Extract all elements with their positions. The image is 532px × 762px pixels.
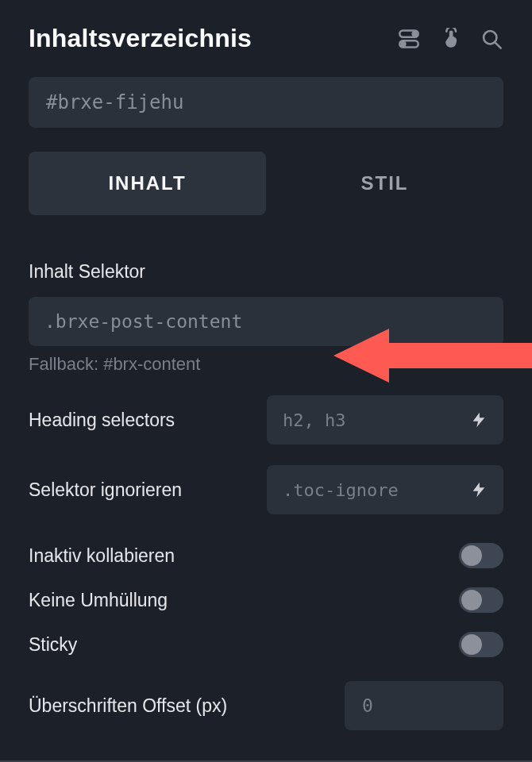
element-id-input[interactable]: #brxe-fijehu [29,77,503,128]
svg-line-5 [495,42,501,48]
sticky-toggle[interactable] [459,632,503,657]
collapse-label: Inaktiv kollabieren [29,545,175,567]
content-selector-label: Inhalt Selektor [29,261,503,283]
offset-label: Überschriften Offset (px) [29,695,227,717]
interaction-icon[interactable] [438,27,462,51]
bolt-icon[interactable] [470,481,488,498]
sticky-label: Sticky [29,634,77,656]
ignore-selector-input[interactable]: .toc-ignore [267,465,503,514]
header-icons [397,27,503,51]
content-selector-fallback: Fallback: #brx-content [29,354,503,375]
tab-content[interactable]: INHALT [29,152,266,215]
heading-selectors-placeholder: h2, h3 [283,410,470,430]
offset-input[interactable]: 0 [345,681,503,730]
toggle-icon[interactable] [397,27,421,51]
tab-style[interactable]: STIL [266,152,503,215]
search-icon[interactable] [480,27,503,51]
content-selector-input[interactable]: .brxe-post-content [29,297,503,346]
content-selector-value: .brxe-post-content [44,311,488,332]
offset-placeholder: 0 [362,695,486,716]
page-title: Inhaltsverzeichnis [29,24,252,53]
nowrap-label: Keine Umhüllung [29,590,168,611]
svg-point-1 [413,32,417,36]
ignore-selector-placeholder: .toc-ignore [283,480,470,500]
element-id-value: #brxe-fijehu [46,91,183,114]
collapse-toggle[interactable] [459,543,503,568]
heading-selectors-input[interactable]: h2, h3 [267,395,503,444]
svg-point-3 [402,42,406,46]
ignore-selector-label: Selektor ignorieren [29,479,182,501]
bolt-icon[interactable] [470,411,488,429]
tabs: INHALT STIL [29,152,503,215]
heading-selectors-label: Heading selectors [29,410,175,431]
nowrap-toggle[interactable] [459,587,503,613]
